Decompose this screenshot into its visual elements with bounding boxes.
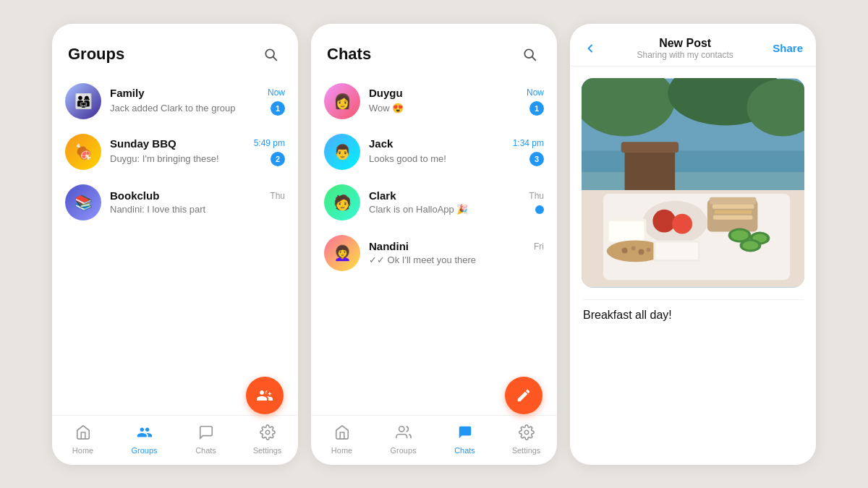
- chats-bottom-nav: Home Groups Chats Settings: [311, 415, 557, 465]
- post-caption[interactable]: Breakfast all day!: [570, 300, 816, 330]
- svg-rect-25: [715, 210, 752, 213]
- group-family-name: Family: [110, 87, 145, 99]
- chat-duygu-badge: 1: [529, 101, 544, 116]
- chat-clark-name: Clark: [369, 189, 396, 202]
- group-bbq-name: Sunday BBQ: [110, 137, 176, 150]
- nav-groups-label: Groups: [131, 446, 157, 455]
- group-bookclub-time: Thu: [270, 191, 285, 201]
- svg-point-20: [652, 209, 676, 232]
- svg-line-1: [273, 56, 277, 60]
- compose-fab[interactable]: [505, 377, 542, 414]
- chats-header: Chats: [311, 24, 557, 73]
- chat-duygu-preview: Wow 😍: [369, 103, 404, 114]
- add-group-fab[interactable]: +: [246, 377, 284, 414]
- groups-panel: Groups 👨‍👩‍👧 Family Now Jack added Clark…: [52, 24, 298, 465]
- svg-rect-24: [712, 204, 754, 208]
- group-item-bbq[interactable]: 🍖 Sunday BBQ 5:49 pm Duygu: I'm bringing…: [52, 127, 298, 177]
- chat-jack-name: Jack: [369, 137, 393, 150]
- group-family-preview: Jack added Clark to the group: [110, 103, 235, 114]
- nav-groups[interactable]: Groups: [114, 421, 175, 458]
- groups-search-button[interactable]: [259, 43, 282, 66]
- chats-nav-home-label: Home: [331, 446, 352, 455]
- chat-clark-badge-dot: [535, 205, 544, 214]
- chats-nav-home[interactable]: Home: [311, 421, 373, 458]
- groups-title: Groups: [68, 45, 124, 64]
- group-family-content: Family Now Jack added Clark to the group…: [110, 87, 285, 116]
- settings-icon: [260, 424, 276, 444]
- groups-icon-2: [396, 424, 412, 444]
- group-bookclub-name: Bookclub: [110, 189, 159, 202]
- avatar-duygu: 👩: [324, 83, 360, 119]
- post-image: [582, 78, 804, 288]
- svg-rect-41: [655, 242, 698, 260]
- svg-point-8: [524, 430, 529, 435]
- new-post-header: New Post Sharing with my contacts Share: [570, 24, 816, 67]
- new-post-title: New Post: [637, 37, 733, 50]
- group-item-bookclub[interactable]: 📚 Bookclub Thu Nandini: I love this part: [52, 177, 298, 228]
- svg-rect-16: [621, 142, 678, 153]
- svg-point-21: [672, 213, 692, 234]
- chats-search-button[interactable]: [518, 43, 541, 66]
- group-bbq-content: Sunday BBQ 5:49 pm Duygu: I'm bringing t…: [110, 137, 285, 166]
- chat-nandini-name: Nandini: [369, 240, 409, 252]
- svg-point-37: [631, 246, 636, 250]
- group-item-family[interactable]: 👨‍👩‍👧 Family Now Jack added Clark to the…: [52, 76, 298, 127]
- chats-nav-settings-label: Settings: [512, 446, 541, 455]
- group-bookclub-content: Bookclub Thu Nandini: I love this part: [110, 189, 285, 215]
- chats-nav-groups[interactable]: Groups: [373, 421, 434, 458]
- groups-header: Groups: [52, 24, 298, 73]
- svg-point-36: [622, 247, 628, 253]
- chats-list: 👩 Duygu Now Wow 😍 1 👨 Jack 1:34 pm: [311, 73, 557, 415]
- svg-rect-11: [582, 150, 804, 194]
- nav-chats[interactable]: Chats: [175, 421, 237, 458]
- nav-settings[interactable]: Settings: [237, 421, 298, 458]
- svg-point-34: [743, 241, 759, 249]
- home-icon-2: [334, 424, 350, 444]
- chat-item-duygu[interactable]: 👩 Duygu Now Wow 😍 1: [311, 76, 557, 127]
- chats-nav-settings[interactable]: Settings: [495, 421, 557, 458]
- svg-point-7: [399, 426, 404, 431]
- home-icon: [75, 424, 91, 444]
- svg-rect-26: [713, 215, 753, 219]
- groups-bottom-nav: Home Groups Chats Settings: [52, 415, 298, 465]
- chat-nandini-preview: ✓✓ Ok I'll meet you there: [369, 254, 476, 265]
- svg-rect-28: [609, 221, 644, 241]
- chat-jack-badge: 3: [529, 152, 544, 166]
- share-button[interactable]: Share: [773, 42, 803, 54]
- chat-clark-preview: Clark is on HalloApp 🎉: [369, 204, 468, 215]
- chat-item-jack[interactable]: 👨 Jack 1:34 pm Looks good to me! 3: [311, 127, 557, 177]
- chat-jack-content: Jack 1:34 pm Looks good to me! 3: [369, 137, 544, 166]
- chat-jack-preview: Looks good to me!: [369, 153, 446, 164]
- nav-home[interactable]: Home: [52, 421, 114, 458]
- group-family-badge: 1: [271, 101, 285, 116]
- chat-duygu-content: Duygu Now Wow 😍 1: [369, 87, 544, 116]
- chat-nandini-content: Nandini Fri ✓✓ Ok I'll meet you there: [369, 240, 544, 265]
- chats-panel: Chats 👩 Duygu Now Wow 😍 1 👨: [311, 24, 557, 465]
- chat-clark-content: Clark Thu Clark is on HalloApp 🎉: [369, 189, 544, 215]
- avatar-clark: 🧑: [324, 184, 360, 221]
- group-bbq-preview: Duygu: I'm bringing these!: [110, 153, 219, 164]
- chats-icon: [198, 424, 214, 444]
- svg-rect-23: [710, 197, 757, 204]
- chats-nav-chats[interactable]: Chats: [434, 421, 495, 458]
- avatar-family: 👨‍👩‍👧: [65, 83, 101, 119]
- chat-item-clark[interactable]: 🧑 Clark Thu Clark is on HalloApp 🎉: [311, 177, 557, 228]
- groups-list: 👨‍👩‍👧 Family Now Jack added Clark to the…: [52, 73, 298, 415]
- chat-item-nandini[interactable]: 👩‍🦱 Nandini Fri ✓✓ Ok I'll meet you ther…: [311, 228, 557, 278]
- svg-point-30: [731, 230, 749, 240]
- group-bookclub-preview: Nandini: I love this part: [110, 204, 205, 215]
- chats-nav-groups-label: Groups: [390, 446, 416, 455]
- new-post-title-group: New Post Sharing with my contacts: [637, 37, 733, 60]
- post-image-container: [570, 67, 816, 299]
- avatar-bookclub: 📚: [65, 184, 101, 221]
- nav-home-label: Home: [72, 446, 93, 455]
- back-button[interactable]: [583, 41, 597, 56]
- svg-line-6: [532, 56, 536, 60]
- group-bbq-badge: 2: [271, 152, 285, 166]
- svg-point-38: [638, 249, 644, 254]
- avatar-jack: 👨: [324, 134, 360, 170]
- avatar-bbq: 🍖: [65, 134, 101, 170]
- chat-nandini-time: Fri: [534, 241, 544, 252]
- chat-duygu-name: Duygu: [369, 87, 403, 99]
- svg-point-39: [646, 247, 650, 252]
